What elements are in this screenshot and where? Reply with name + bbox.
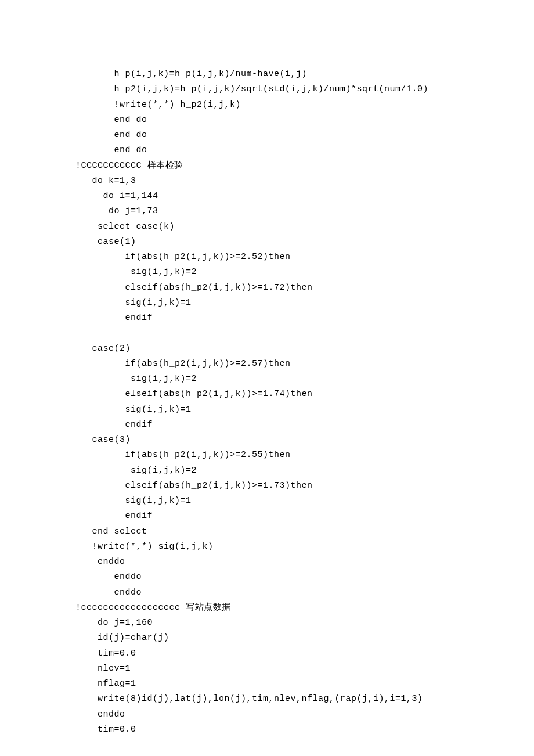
code-block: h_p(i,j,k)=h_p(i,j,k)/num-have(i,j) h_p2… xyxy=(75,69,428,735)
code-page: h_p(i,j,k)=h_p(i,j,k)/num-have(i,j) h_p2… xyxy=(0,0,534,756)
